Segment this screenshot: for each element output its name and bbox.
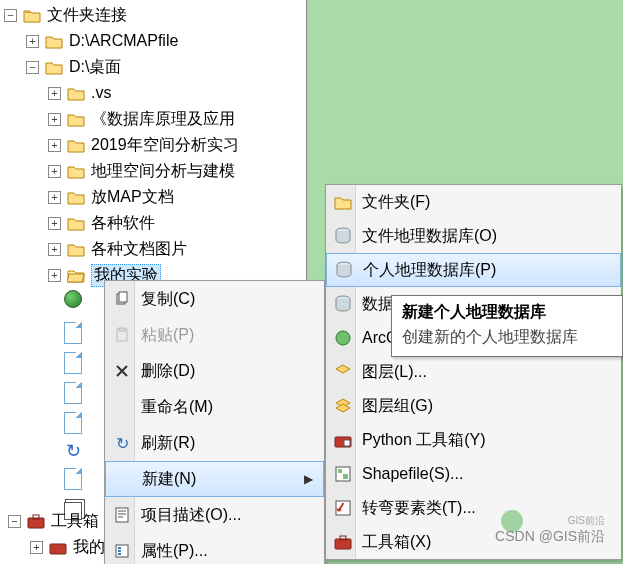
tree-item-map-docs[interactable]: + 放MAP文档 [0, 184, 306, 210]
folder-icon [67, 164, 85, 179]
folder-icon [67, 242, 85, 257]
collapse-icon[interactable]: − [4, 9, 17, 22]
menu-item-paste: 粘贴(P) [105, 317, 324, 353]
file-icon [64, 322, 82, 344]
svg-rect-16 [338, 469, 342, 473]
menu-item-rename[interactable]: 重命名(M) [105, 389, 324, 425]
expand-icon[interactable]: + [48, 139, 61, 152]
tree-item-toolboxes[interactable]: − 工具箱 [4, 508, 105, 534]
toolbox-icon [49, 540, 67, 555]
tree-item-docs-pics[interactable]: + 各种文档图片 [0, 236, 306, 262]
menu-label: 项目描述(O)... [141, 505, 241, 526]
expand-icon[interactable]: + [26, 35, 39, 48]
tree-item-geo-model[interactable]: + 地理空间分析与建模 [0, 158, 306, 184]
folder-icon [67, 86, 85, 101]
watermark-main: CSDN @GIS前沿 [495, 528, 605, 546]
menu-item-properties[interactable]: 属性(P)... [105, 533, 324, 564]
expand-icon[interactable]: + [48, 191, 61, 204]
menu-item-new-folder[interactable]: 文件夹(F) [326, 185, 621, 219]
tree-label: 《数据库原理及应用 [91, 109, 235, 130]
menu-label: 文件夹(F) [362, 192, 430, 213]
svg-rect-14 [344, 440, 350, 446]
menu-item-new-shapefile[interactable]: Shapefile(S)... [326, 457, 621, 491]
expand-icon[interactable]: + [48, 113, 61, 126]
tree-item-my-toolbox[interactable]: + 我的 [4, 534, 105, 560]
menu-item-new-python-toolbox[interactable]: Python 工具箱(Y) [326, 423, 621, 457]
tree-label: 放MAP文档 [91, 187, 174, 208]
menu-label: 图层组(G) [362, 396, 433, 417]
expand-icon[interactable]: + [48, 87, 61, 100]
toolbox-icon [27, 514, 45, 529]
submenu-arrow-icon: ▶ [304, 472, 313, 486]
layer-icon [334, 363, 352, 381]
database-icon [334, 295, 352, 313]
expand-icon[interactable]: + [48, 217, 61, 230]
menu-item-item-description[interactable]: 项目描述(O)... [105, 497, 324, 533]
description-icon [113, 506, 131, 524]
menu-label: 属性(P)... [141, 541, 208, 562]
tree-item-arcmapfile[interactable]: + D:\ARCMAPfile [0, 28, 306, 54]
tree-label: D:\桌面 [69, 57, 121, 78]
delete-icon [113, 362, 131, 380]
svg-point-12 [336, 331, 350, 345]
menu-item-new[interactable]: 新建(N) ▶ [105, 461, 324, 497]
layer-group-icon [334, 397, 352, 415]
tree-item-vs[interactable]: + .vs [0, 80, 306, 106]
folder-icon [67, 138, 85, 153]
menu-item-new-layer[interactable]: 图层(L)... [326, 355, 621, 389]
menu-label: 图层(L)... [362, 362, 427, 383]
expand-icon[interactable]: + [48, 165, 61, 178]
expand-icon[interactable]: + [48, 243, 61, 256]
tree-label: 2019年空间分析实习 [91, 135, 239, 156]
paste-icon [113, 326, 131, 344]
menu-label: 复制(C) [141, 289, 195, 310]
tree-bottom: − 工具箱 + 我的 [4, 508, 105, 560]
menu-item-new-personal-gdb[interactable]: 个人地理数据库(P) [326, 253, 621, 287]
folder-icon [23, 8, 41, 23]
refresh-icon: ↻ [113, 434, 131, 452]
collapse-icon[interactable]: − [26, 61, 39, 74]
folder-icon [67, 112, 85, 127]
tree-item-desktop[interactable]: − D:\桌面 [0, 54, 306, 80]
menu-item-delete[interactable]: 删除(D) [105, 353, 324, 389]
menu-label: 重命名(M) [141, 397, 213, 418]
menu-label: 删除(D) [141, 361, 195, 382]
file-icon [64, 468, 82, 490]
context-menu-folder[interactable]: 复制(C) 粘贴(P) 删除(D) 重命名(M) ↻ 刷新(R) 新建(N) ▶… [104, 280, 325, 564]
menu-label: 工具箱(X) [362, 532, 431, 553]
personal-geodatabase-icon [335, 261, 353, 279]
tree-label: 我的 [73, 537, 105, 558]
expand-icon[interactable]: + [48, 269, 61, 282]
menu-item-copy[interactable]: 复制(C) [105, 281, 324, 317]
tree-item-folder-connections[interactable]: − 文件夹连接 [0, 2, 306, 28]
svg-rect-2 [50, 544, 66, 554]
arcgis-server-icon [334, 329, 352, 347]
catalog-tree[interactable]: − 文件夹连接 + D:\ARCMAPfile − D:\桌面 + .vs + … [0, 0, 306, 290]
context-menu-new[interactable]: 文件夹(F) 文件地理数据库(O) 个人地理数据库(P) 数据库 ArcG 图层… [325, 184, 622, 560]
tooltip-body: 创建新的个人地理数据库 [402, 327, 612, 348]
folder-open-icon [67, 268, 85, 283]
watermark-sub: GIS前沿 [568, 514, 605, 528]
tree-item-software[interactable]: + 各种软件 [0, 210, 306, 236]
file-icon [64, 382, 82, 404]
tree-label: 地理空间分析与建模 [91, 161, 235, 182]
svg-rect-6 [119, 328, 125, 331]
refresh-icon: ↻ [64, 442, 82, 460]
menu-item-new-file-gdb[interactable]: 文件地理数据库(O) [326, 219, 621, 253]
menu-item-new-layer-group[interactable]: 图层组(G) [326, 389, 621, 423]
menu-item-refresh[interactable]: ↻ 刷新(R) [105, 425, 324, 461]
tree-label: 工具箱 [51, 511, 99, 532]
collapse-icon[interactable]: − [8, 515, 21, 528]
svg-rect-4 [119, 292, 127, 302]
expand-icon[interactable]: + [30, 541, 43, 554]
menu-label: 个人地理数据库(P) [363, 260, 496, 281]
menu-label: 文件地理数据库(O) [362, 226, 497, 247]
tree-item-2019[interactable]: + 2019年空间分析实习 [0, 132, 306, 158]
menu-label: 新建(N) [142, 469, 196, 490]
python-toolbox-icon [334, 431, 352, 449]
globe-icon [64, 290, 82, 308]
tooltip-title: 新建个人地理数据库 [402, 302, 612, 323]
folder-icon [45, 34, 63, 49]
tree-item-db-theory[interactable]: + 《数据库原理及应用 [0, 106, 306, 132]
folder-icon [67, 216, 85, 231]
